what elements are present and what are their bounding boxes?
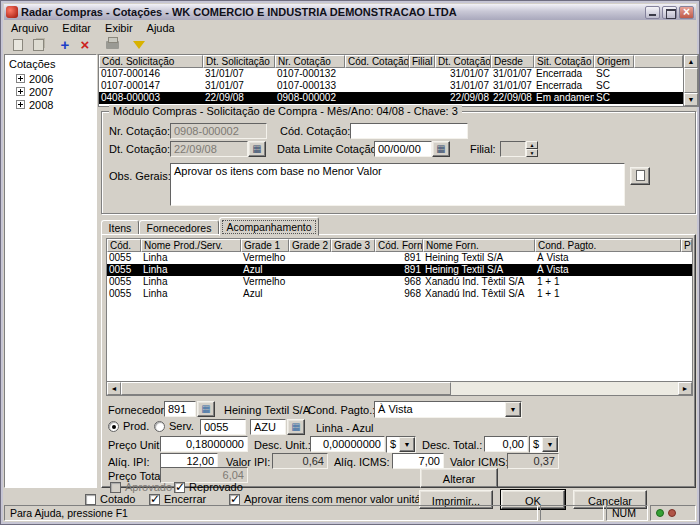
header-cell[interactable]: Desde <box>491 55 534 68</box>
tree-item-2007[interactable]: 2007 <box>16 85 96 98</box>
header-cell[interactable]: Cód. Forn. <box>375 239 423 252</box>
menu-arquivo[interactable]: Arquivo <box>4 21 55 35</box>
alterar-button[interactable]: Alterar <box>420 468 498 488</box>
document-icon <box>13 39 23 51</box>
chevron-down-icon[interactable] <box>399 437 415 452</box>
reprovado-checkbox[interactable]: Reprovado <box>174 481 243 493</box>
filial-field[interactable] <box>500 141 526 157</box>
header-cell[interactable]: Grade 2 <box>289 239 331 252</box>
tree-item-2008[interactable]: 2008 <box>16 98 96 111</box>
header-cell[interactable]: Grade 3 <box>331 239 375 252</box>
serv-radio[interactable]: Serv. <box>154 420 194 432</box>
status-help-text: Para Ajuda, pressione F1 <box>4 505 538 521</box>
spin-down-icon[interactable] <box>526 149 538 157</box>
scroll-down-icon[interactable] <box>684 93 698 106</box>
table-row[interactable]: 0055 Linha Azul 968 Xanadú Ind. Têxtil S… <box>107 288 692 300</box>
expand-icon[interactable] <box>16 74 25 83</box>
filial-stepper[interactable] <box>526 141 538 157</box>
header-cell <box>634 55 683 68</box>
data-limite-field[interactable] <box>374 141 432 157</box>
add-icon[interactable] <box>55 37 75 54</box>
scrollbar-thumb[interactable] <box>121 382 451 395</box>
calendar-icon[interactable] <box>248 141 266 157</box>
menu-exibir[interactable]: Exibir <box>98 21 140 35</box>
maximize-icon[interactable] <box>662 6 677 19</box>
expand-icon[interactable] <box>16 100 25 109</box>
desc-unit-type-select[interactable]: $ <box>386 436 416 453</box>
titlebar[interactable]: Radar Compras - Cotações - WK COMERCIO E… <box>4 4 696 20</box>
scroll-right-icon[interactable] <box>678 382 692 395</box>
table-row-selected[interactable]: 0408-000003 22/09/08 0908-000002 22/09/0… <box>99 92 683 104</box>
print-icon[interactable] <box>102 37 122 54</box>
header-cell[interactable]: Nr. Cotação <box>275 55 345 68</box>
menu-editar[interactable]: Editar <box>55 21 98 35</box>
table-row[interactable]: 0055 Linha Vermelho 968 Xanadú Ind. Têxt… <box>107 276 692 288</box>
aliq-icms-field[interactable] <box>392 453 444 469</box>
tree-item-2006[interactable]: 2006 <box>16 72 96 85</box>
fornecedor-code-field[interactable] <box>164 401 196 417</box>
cotado-checkbox[interactable]: Cotado <box>85 493 135 505</box>
spin-up-icon[interactable] <box>526 141 538 149</box>
table-row-selected[interactable]: 0055 Linha Azul 891 Heining Textil S/A À… <box>107 264 692 276</box>
close-icon[interactable] <box>679 6 694 19</box>
aprovar-itens-checkbox[interactable]: Aprovar itens com menor valor unitário <box>229 493 433 505</box>
scrollbar-thumb[interactable] <box>684 68 698 93</box>
grid-cell: 31/01/07 <box>203 68 275 80</box>
header-cell[interactable]: Filial <box>409 55 435 68</box>
table-row[interactable]: 0107-000147 31/01/07 0107-000133 31/01/0… <box>99 80 683 92</box>
header-cell[interactable]: Nome Prod./Serv. <box>141 239 241 252</box>
desc-total-type-select[interactable]: $ <box>529 436 559 453</box>
lookup-icon[interactable] <box>197 401 215 417</box>
header-cell[interactable]: Dt. Solicitação <box>203 55 275 68</box>
minimize-icon[interactable] <box>645 6 660 19</box>
grade-code-field[interactable] <box>250 419 286 435</box>
obs-detail-button[interactable] <box>630 167 650 185</box>
header-cell[interactable]: Origem <box>594 55 634 68</box>
menu-ajuda[interactable]: Ajuda <box>140 21 182 35</box>
header-cell[interactable]: Cond. Pagto. <box>535 239 681 252</box>
chevron-down-icon[interactable] <box>542 437 558 452</box>
grid-cell: Linha <box>141 288 241 300</box>
header-cell[interactable]: Cód. <box>107 239 141 252</box>
table-row[interactable]: 0055 Linha Vermelho 891 Heining Textil S… <box>107 252 692 264</box>
desc-total-field[interactable] <box>484 436 528 452</box>
delete-icon[interactable] <box>75 37 95 54</box>
header-cell[interactable]: Cód. Solicitação <box>99 55 203 68</box>
obs-gerais-textarea[interactable] <box>170 163 625 206</box>
grid-cell: 0055 <box>107 264 141 276</box>
scrollbar-track[interactable] <box>121 382 678 395</box>
encerrar-checkbox[interactable]: Encerrar <box>149 493 206 505</box>
status-green-icon <box>656 509 664 517</box>
prod-radio[interactable]: Prod. <box>108 420 149 432</box>
chevron-down-icon[interactable] <box>505 402 521 417</box>
open-document-icon[interactable] <box>28 37 48 54</box>
header-cell[interactable]: Grade 1 <box>241 239 289 252</box>
desc-unit-field[interactable] <box>310 436 385 452</box>
lookup-icon[interactable] <box>287 419 305 435</box>
vertical-scrollbar[interactable] <box>683 55 698 106</box>
calendar-icon[interactable] <box>432 141 450 157</box>
filter-icon[interactable] <box>129 37 149 54</box>
cod-cotacao-field[interactable] <box>350 123 468 139</box>
product-code-field[interactable] <box>200 419 246 435</box>
tab-itens[interactable]: Itens <box>101 220 139 235</box>
tab-fornecedores[interactable]: Fornecedores <box>139 220 219 235</box>
tree-root-cotacoes[interactable]: Cotações <box>9 58 96 70</box>
header-cell[interactable]: Dt. Cotação <box>435 55 491 68</box>
scroll-left-icon[interactable] <box>107 382 121 395</box>
items-grid: Cód. Nome Prod./Serv. Grade 1 Grade 2 Gr… <box>106 238 693 396</box>
preco-unit-field[interactable] <box>160 436 248 452</box>
header-cell[interactable]: Cód. Cotação <box>345 55 409 68</box>
expand-icon[interactable] <box>16 87 25 96</box>
header-cell[interactable]: Nome Forn. <box>423 239 535 252</box>
new-document-icon[interactable] <box>8 37 28 54</box>
horizontal-scrollbar[interactable] <box>107 381 692 395</box>
header-cell[interactable]: Sit. Cotação <box>534 55 594 68</box>
menubar: Arquivo Editar Exibir Ajuda <box>4 20 696 36</box>
cond-pagto-select[interactable]: À Vista <box>374 401 522 418</box>
scrollbar-track[interactable] <box>684 68 698 93</box>
table-row[interactable]: 0107-000146 31/01/07 0107-000132 31/01/0… <box>99 68 683 80</box>
tab-acompanhamento[interactable]: Acompanhamento <box>219 217 319 236</box>
header-cell[interactable]: P <box>681 239 692 252</box>
scroll-up-icon[interactable] <box>684 55 698 68</box>
